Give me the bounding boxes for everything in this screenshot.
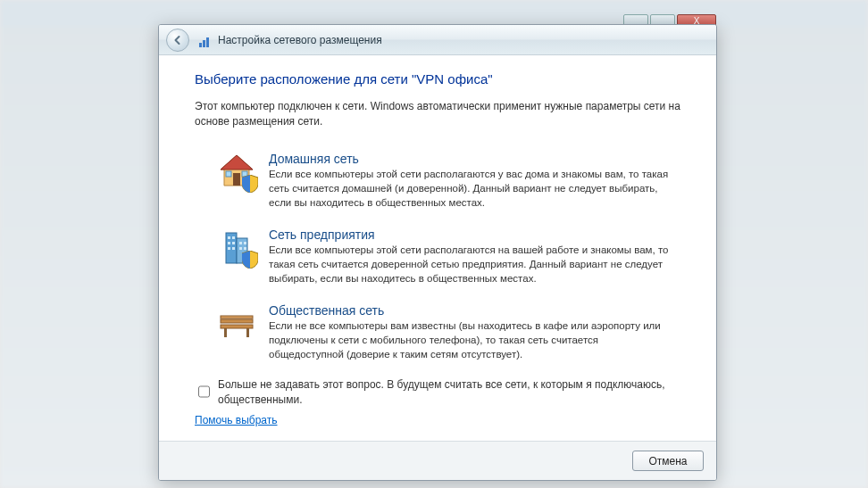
svg-rect-9	[228, 242, 230, 244]
arrow-left-icon	[172, 35, 183, 45]
page-heading: Выберите расположение для сети "VPN офис…	[195, 71, 680, 87]
dont-ask-label[interactable]: Больше не задавать этот вопрос. В будуще…	[218, 377, 680, 408]
svg-rect-15	[239, 247, 242, 250]
option-title: Сеть предприятия	[269, 227, 676, 242]
svg-rect-21	[246, 328, 249, 337]
network-icon	[196, 33, 211, 47]
titlebar: Настройка сетевого размещения	[159, 25, 716, 55]
network-location-wizard: Настройка сетевого размещения Выберите р…	[158, 24, 717, 481]
svg-rect-18	[221, 316, 253, 318]
option-home-network[interactable]: Домашняя сеть Если все компьютеры этой с…	[213, 145, 680, 220]
option-public-network[interactable]: Общественная сеть Если не все компьютеры…	[213, 296, 680, 372]
svg-rect-12	[232, 247, 235, 250]
svg-rect-10	[232, 242, 235, 244]
option-title: Домашняя сеть	[269, 152, 676, 166]
option-description: Если все компьютеры этой сети располагаю…	[269, 167, 676, 211]
svg-rect-13	[239, 242, 242, 244]
office-building-icon	[217, 227, 256, 267]
svg-rect-14	[244, 242, 246, 244]
intro-text: Этот компьютер подключен к сети. Windows…	[195, 99, 680, 130]
svg-rect-19	[221, 325, 253, 328]
park-bench-icon	[217, 303, 256, 343]
network-options: Домашняя сеть Если все компьютеры этой с…	[213, 145, 680, 372]
svg-rect-17	[221, 319, 253, 323]
help-link[interactable]: Помочь выбрать	[195, 414, 278, 426]
cancel-button[interactable]: Отмена	[632, 451, 704, 471]
dont-ask-again-row: Больше не задавать этот вопрос. В будуще…	[195, 377, 680, 408]
svg-rect-8	[232, 236, 235, 239]
option-description: Если все компьютеры этой сети располагаю…	[269, 243, 676, 286]
svg-rect-20	[224, 328, 227, 337]
shield-icon	[242, 175, 258, 193]
svg-rect-5	[226, 233, 237, 263]
back-button[interactable]	[166, 29, 189, 52]
option-work-network[interactable]: Сеть предприятия Если все компьютеры это…	[213, 220, 680, 296]
svg-rect-11	[228, 247, 230, 250]
svg-rect-2	[233, 173, 240, 186]
shield-icon	[242, 251, 258, 269]
dont-ask-checkbox[interactable]	[198, 379, 210, 405]
option-title: Общественная сеть	[269, 303, 676, 318]
house-icon	[217, 152, 256, 191]
content-area: Выберите расположение для сети "VPN офис…	[159, 55, 716, 441]
option-description: Если не все компьютеры вам известны (вы …	[269, 318, 676, 362]
svg-rect-3	[226, 171, 231, 177]
svg-rect-16	[244, 247, 246, 250]
window-title: Настройка сетевого размещения	[218, 34, 382, 46]
footer: Отмена	[159, 441, 716, 480]
svg-rect-7	[228, 236, 230, 239]
svg-marker-1	[221, 155, 253, 170]
